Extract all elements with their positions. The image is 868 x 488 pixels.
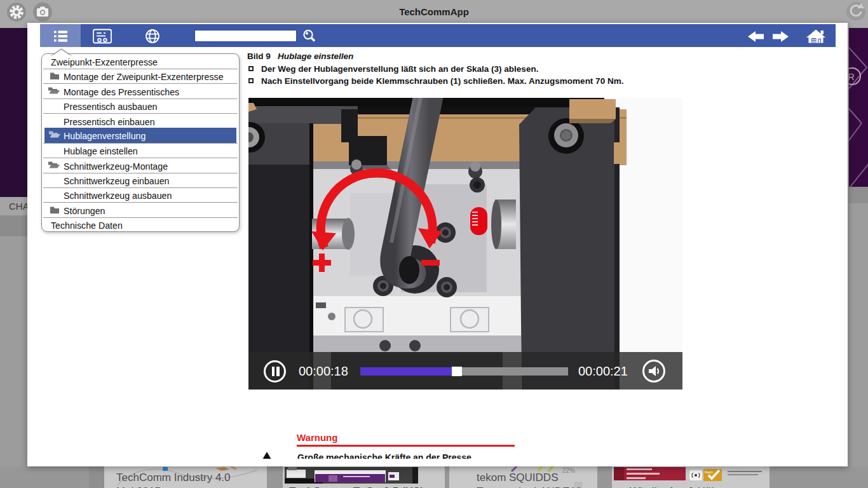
svg-text:R: R (849, 71, 855, 82)
svg-text:Reach: Reach (705, 471, 714, 474)
svg-text:22%: 22% (562, 467, 575, 474)
